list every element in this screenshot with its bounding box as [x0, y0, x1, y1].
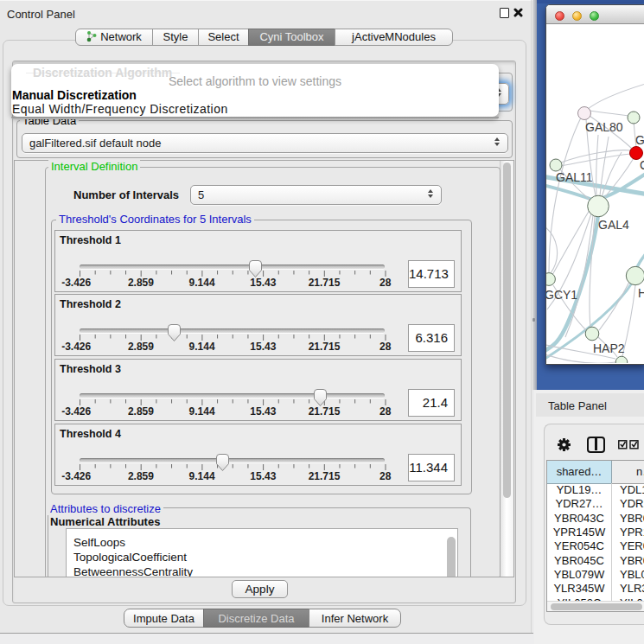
- svg-text:H: H: [638, 286, 644, 300]
- svg-text:GA: GA: [635, 133, 644, 147]
- svg-text:GAL11: GAL11: [556, 170, 593, 184]
- svg-text:C: C: [640, 158, 644, 172]
- svg-text:GAL80: GAL80: [585, 120, 623, 134]
- svg-text:HAP2: HAP2: [593, 341, 625, 355]
- svg-text:GAL4: GAL4: [598, 218, 629, 232]
- svg-text:GCY1: GCY1: [546, 288, 577, 302]
